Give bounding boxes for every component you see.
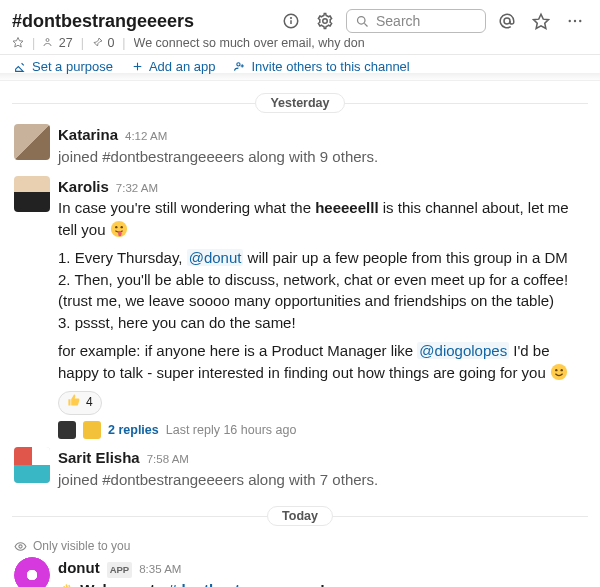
system-join-text: joined #dontbestrangeeeers along with 7 …: [58, 469, 586, 491]
eye-icon: [14, 540, 27, 553]
svg-point-12: [46, 39, 49, 42]
svg-point-2: [291, 18, 292, 19]
add-app-action[interactable]: Add an app: [131, 59, 216, 74]
svg-marker-7: [534, 14, 549, 28]
search-icon: [355, 14, 370, 29]
avatar[interactable]: [14, 176, 50, 212]
mentions-icon[interactable]: [494, 8, 520, 34]
message-list: 1. Every Thursday, @donut will pair up a…: [58, 247, 586, 334]
message-time: 8:35 AM: [139, 561, 181, 578]
tongue-emoji: [110, 220, 128, 238]
message-karolis: Karolis 7:32 AM In case you're still won…: [0, 172, 600, 443]
author-name[interactable]: Karolis: [58, 176, 109, 198]
avatar[interactable]: [14, 124, 50, 160]
channel-name[interactable]: #dontbestrangeeeers: [12, 11, 194, 32]
donut-welcome-line: Welcome to #dontbestrangeeeers!: [58, 579, 586, 587]
svg-point-22: [551, 363, 567, 379]
star-outline-icon[interactable]: [12, 36, 24, 50]
thread-avatar: [58, 421, 76, 439]
message-time: 4:12 AM: [125, 128, 167, 145]
author-name[interactable]: Katarina: [58, 124, 118, 146]
reaction-thumbsup[interactable]: 4: [58, 391, 102, 414]
message-sarit-join: Sarit Elisha 7:58 AM joined #dontbestran…: [0, 443, 600, 495]
svg-point-10: [579, 20, 581, 22]
more-icon[interactable]: [562, 8, 588, 34]
invite-action[interactable]: Invite others to this channel: [233, 59, 409, 74]
visibility-notice: Only visible to you: [0, 533, 600, 553]
channel-header: #dontbestrangeeeers | 27 |: [0, 0, 600, 55]
date-divider-today: Today: [0, 508, 600, 523]
channel-topic[interactable]: We connect so much over email, why don: [134, 36, 365, 50]
smile-emoji: [550, 363, 568, 381]
search-box[interactable]: [346, 9, 486, 33]
svg-point-9: [574, 20, 576, 22]
thread-avatar: [83, 421, 101, 439]
thread-replies-link[interactable]: 2 replies: [108, 421, 159, 439]
svg-point-23: [555, 369, 557, 371]
message-text: In case you're still wondering what the …: [58, 197, 586, 241]
header-top-row: #dontbestrangeeeers: [12, 8, 588, 34]
search-input[interactable]: [376, 13, 476, 29]
avatar[interactable]: [14, 557, 50, 587]
mention-donut[interactable]: @donut: [187, 249, 244, 266]
mention-diogolopes[interactable]: @diogolopes: [417, 342, 509, 359]
wave-emoji: [58, 580, 76, 587]
date-divider-yesterday: Yesterday: [0, 95, 600, 110]
svg-point-8: [569, 20, 571, 22]
svg-point-3: [323, 19, 328, 24]
svg-point-15: [237, 63, 240, 66]
info-icon[interactable]: [278, 8, 304, 34]
thumbsup-icon: [67, 393, 81, 412]
message-donut: donut APP 8:35 AM Welcome to #dontbestra…: [0, 553, 600, 587]
svg-point-24: [560, 369, 562, 371]
gear-icon[interactable]: [312, 8, 338, 34]
svg-point-6: [504, 18, 510, 24]
svg-point-20: [120, 226, 122, 228]
message-time: 7:58 AM: [147, 451, 189, 468]
thread-last-reply: Last reply 16 hours ago: [166, 421, 297, 439]
message-example: for example: if anyone here is a Product…: [58, 340, 586, 384]
header-meta-row: | 27 | 0 | We connect so much over email…: [12, 36, 588, 50]
svg-point-4: [358, 16, 366, 24]
svg-marker-11: [13, 38, 23, 48]
star-icon[interactable]: [528, 8, 554, 34]
author-name[interactable]: donut: [58, 557, 100, 579]
channel-link[interactable]: #dontbestrangeeeers: [168, 581, 320, 587]
author-name[interactable]: Sarit Elisha: [58, 447, 140, 469]
channel-actions: Set a purpose Add an app Invite others t…: [0, 55, 600, 81]
svg-point-19: [115, 226, 117, 228]
system-join-text: joined #dontbestrangeeeers along with 9 …: [58, 146, 586, 168]
members-count[interactable]: 27: [43, 36, 72, 50]
message-time: 7:32 AM: [116, 180, 158, 197]
svg-point-25: [19, 545, 22, 548]
pins-count[interactable]: 0: [92, 36, 114, 50]
thread-summary[interactable]: 2 replies Last reply 16 hours ago: [58, 421, 586, 439]
app-badge: APP: [107, 562, 133, 578]
message-katarina-join: Katarina 4:12 AM joined #dontbestrangeee…: [0, 120, 600, 172]
avatar[interactable]: [14, 447, 50, 483]
set-purpose-action[interactable]: Set a purpose: [14, 59, 113, 74]
svg-line-5: [364, 23, 367, 26]
svg-point-21: [118, 231, 122, 236]
